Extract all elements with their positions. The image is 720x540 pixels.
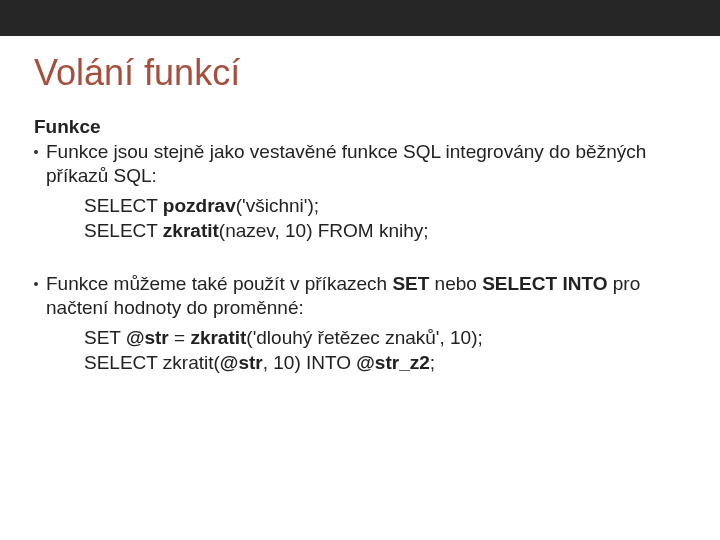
bullet-item: Funkce můžeme také použít v příkazech SE… (34, 272, 686, 325)
code-line: SELECT zkratit(nazev, 10) FROM knihy; (84, 218, 686, 244)
bullet-icon (34, 282, 38, 286)
code-text: SELECT (84, 195, 163, 216)
code-text: ('všichni'); (236, 195, 319, 216)
code-text: SET (84, 327, 126, 348)
code-text: ('dlouhý řetězec znaků', 10); (246, 327, 482, 348)
code-text: SELECT zkratit( (84, 352, 220, 373)
section-set-select: Funkce můžeme také použít v příkazech SE… (34, 272, 686, 376)
code-line: SELECT pozdrav('všichni'); (84, 193, 686, 219)
bullet-item: Funkce jsou stejně jako vestavěné funkce… (34, 140, 686, 193)
text: nebo (429, 273, 482, 294)
bullet-text: Funkce jsou stejně jako vestavěné funkce… (46, 140, 686, 189)
code-text: SELECT (84, 220, 163, 241)
bullet-text: Funkce můžeme také použít v příkazech SE… (46, 272, 686, 321)
keyword: SELECT INTO (482, 273, 607, 294)
code-keyword: zkratit (163, 220, 219, 241)
title-bar (0, 0, 720, 36)
keyword: SET (392, 273, 429, 294)
code-var: @str (126, 327, 169, 348)
section-heading: Funkce (34, 116, 686, 138)
code-text: ; (430, 352, 435, 373)
code-var: @str_z2 (356, 352, 429, 373)
slide-title: Volání funkcí (34, 52, 686, 94)
text: Funkce můžeme také použít v příkazech (46, 273, 392, 294)
code-text: , 10) INTO (263, 352, 357, 373)
bullet-icon (34, 150, 38, 154)
section-funkce: Funkce Funkce jsou stejně jako vestavěné… (34, 116, 686, 244)
code-line: SET @str = zkratit('dlouhý řetězec znaků… (84, 325, 686, 351)
code-text: = (169, 327, 191, 348)
code-var: @str (220, 352, 263, 373)
code-line: SELECT zkratit(@str, 10) INTO @str_z2; (84, 350, 686, 376)
code-keyword: pozdrav (163, 195, 236, 216)
code-keyword: zkratit (190, 327, 246, 348)
slide-content: Volání funkcí Funkce Funkce jsou stejně … (0, 36, 720, 376)
code-text: (nazev, 10) FROM knihy; (219, 220, 429, 241)
